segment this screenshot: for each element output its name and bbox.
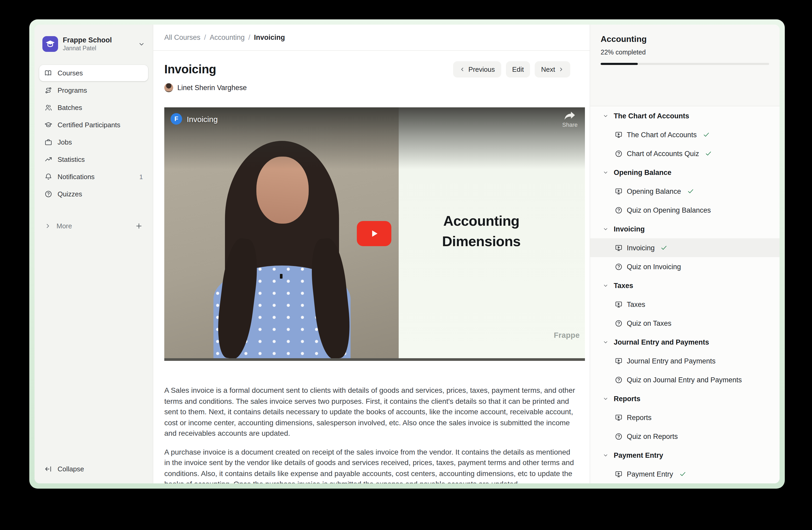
- video-player[interactable]: Accounting Dimensions Frappe F Invoicing: [164, 107, 585, 361]
- previous-button[interactable]: Previous: [453, 61, 501, 78]
- course-title: Accounting: [600, 34, 769, 44]
- sidebar-item-courses[interactable]: Courses: [39, 65, 148, 81]
- sidebar-item-certified-participants[interactable]: Certified Participants: [39, 117, 148, 133]
- outline-lesson-taxes[interactable]: Taxes: [590, 295, 780, 314]
- users-icon: [44, 104, 52, 112]
- quiz-icon: [615, 150, 623, 157]
- play-button[interactable]: [357, 221, 391, 246]
- completed-check-icon: [679, 470, 686, 478]
- outline-lesson-reports[interactable]: Reports: [590, 408, 780, 427]
- outline-lesson-label: Quiz on Reports: [627, 432, 678, 440]
- breadcrumb: All Courses / Accounting / Invoicing: [153, 25, 590, 51]
- breadcrumb-link-all-courses[interactable]: All Courses: [164, 33, 200, 41]
- outline-section-reports[interactable]: Reports: [590, 389, 780, 408]
- outline-lesson-label: Quiz on Journal Entry and Payments: [627, 376, 742, 383]
- sidebar-item-statistics[interactable]: Statistics: [39, 151, 148, 168]
- outline-section-payment-entry[interactable]: Payment Entry: [590, 446, 780, 464]
- outline-lesson-the-chart-of-accounts[interactable]: The Chart of Accounts: [590, 125, 780, 144]
- outline-section-taxes[interactable]: Taxes: [590, 276, 780, 295]
- outline-lesson-chart-of-accounts-quiz[interactable]: Chart of Accounts Quiz: [590, 144, 780, 163]
- collapse-sidebar-icon: [44, 465, 52, 473]
- sidebar-item-label: Batches: [58, 104, 82, 112]
- outline-lesson-label: Taxes: [627, 301, 646, 308]
- video-lesson-icon: [615, 131, 623, 139]
- plus-icon[interactable]: [135, 222, 143, 230]
- workspace-switcher[interactable]: Frappe School Jannat Patel: [39, 30, 148, 56]
- workspace-user: Jannat Patel: [63, 45, 133, 52]
- sidebar-more[interactable]: More: [39, 218, 148, 234]
- lesson-nav-buttons: Previous Edit Next: [453, 61, 579, 78]
- sidebar-item-label: Notifications: [58, 173, 95, 181]
- share-icon: [564, 112, 576, 121]
- breadcrumb-current: Invoicing: [254, 33, 285, 41]
- sidebar-item-label: Programs: [58, 86, 87, 94]
- slide-title: Accounting Dimensions: [408, 211, 555, 252]
- sidebar-nav: CoursesProgramsBatchesCertified Particip…: [39, 65, 148, 203]
- outline-section-title: Opening Balance: [614, 168, 671, 176]
- sidebar-item-quizzes[interactable]: Quizzes: [39, 186, 148, 202]
- outline-section-invoicing[interactable]: Invoicing: [590, 220, 780, 238]
- outline-section-title: Payment Entry: [614, 451, 663, 459]
- main-content: All Courses / Accounting / Invoicing Inv…: [153, 25, 590, 484]
- channel-avatar[interactable]: F: [171, 113, 182, 125]
- completed-check-icon: [705, 150, 712, 157]
- outline-lesson-quiz-on-reports[interactable]: Quiz on Reports: [590, 427, 780, 446]
- help-circle-icon: [44, 190, 52, 198]
- outline-lesson-label: Chart of Accounts Quiz: [627, 150, 699, 157]
- quiz-icon: [615, 376, 623, 383]
- progress-bar-fill: [600, 63, 638, 65]
- outline-lesson-payment-entry[interactable]: Payment Entry: [590, 464, 780, 484]
- quiz-icon: [615, 206, 623, 214]
- video-lesson-icon: [615, 470, 623, 478]
- outline-lesson-quiz-on-opening-balances[interactable]: Quiz on Opening Balances: [590, 200, 780, 220]
- video-lesson-icon: [615, 357, 623, 365]
- chevron-down-icon: [603, 226, 608, 232]
- outline-lesson-label: The Chart of Accounts: [627, 131, 697, 139]
- sidebar-item-notifications[interactable]: Notifications1: [39, 169, 148, 185]
- share-button[interactable]: Share: [562, 112, 578, 128]
- next-button-label: Next: [541, 66, 555, 73]
- sidebar-item-label: Quizzes: [58, 190, 82, 198]
- course-progress-header: Accounting 22% completed: [590, 25, 780, 106]
- video-lesson-icon: [615, 414, 623, 421]
- breadcrumb-link-accounting[interactable]: Accounting: [210, 33, 245, 41]
- outline-lesson-journal-entry-and-payments[interactable]: Journal Entry and Payments: [590, 351, 780, 370]
- outline-lesson-quiz-on-invoicing[interactable]: Quiz on Invoicing: [590, 257, 780, 276]
- outline-lesson-quiz-on-taxes[interactable]: Quiz on Taxes: [590, 314, 780, 333]
- video-lesson-icon: [615, 244, 623, 252]
- course-progress-label: 22% completed: [600, 49, 769, 56]
- notification-count-badge: 1: [140, 173, 143, 180]
- outline-lesson-label: Quiz on Opening Balances: [627, 206, 711, 214]
- workspace-identity: Frappe School Jannat Patel: [63, 36, 133, 52]
- edit-button[interactable]: Edit: [506, 61, 530, 78]
- breadcrumb-separator: /: [204, 33, 206, 41]
- outline-section-journal-entry-and-payments[interactable]: Journal Entry and Payments: [590, 333, 780, 351]
- chevron-right-icon: [44, 223, 51, 229]
- outline-lesson-label: Quiz on Taxes: [627, 319, 671, 327]
- course-outline: The Chart of AccountsThe Chart of Accoun…: [590, 106, 780, 484]
- outline-section-title: The Chart of Accounts: [614, 112, 689, 120]
- sidebar-item-batches[interactable]: Batches: [39, 99, 148, 116]
- chevron-down-icon: [138, 41, 145, 47]
- book-open-icon: [44, 69, 52, 77]
- author-row: Linet Sherin Varghese: [164, 83, 579, 92]
- video-title-row: F Invoicing: [171, 113, 218, 125]
- outline-lesson-invoicing[interactable]: Invoicing: [590, 238, 780, 257]
- outline-lesson-label: Opening Balance: [627, 187, 681, 195]
- video-lesson-icon: [615, 301, 623, 308]
- app-window: Frappe School Jannat Patel CoursesProgra…: [29, 19, 785, 489]
- outline-section-the-chart-of-accounts[interactable]: The Chart of Accounts: [590, 106, 780, 125]
- video-title[interactable]: Invoicing: [187, 114, 218, 123]
- sidebar-collapse-button[interactable]: Collapse: [39, 461, 148, 477]
- outline-lesson-opening-balance[interactable]: Opening Balance: [590, 182, 780, 200]
- next-button[interactable]: Next: [535, 61, 570, 78]
- sidebar-item-jobs[interactable]: Jobs: [39, 134, 148, 150]
- sidebar-collapse-label: Collapse: [58, 465, 84, 473]
- briefcase-icon: [44, 138, 52, 146]
- sidebar-item-label: Statistics: [58, 155, 85, 163]
- chevron-down-icon: [603, 396, 608, 402]
- outline-lesson-quiz-on-journal-entry-and-payments[interactable]: Quiz on Journal Entry and Payments: [590, 370, 780, 389]
- sidebar-item-programs[interactable]: Programs: [39, 82, 148, 98]
- outline-section-opening-balance[interactable]: Opening Balance: [590, 163, 780, 182]
- quiz-icon: [615, 319, 623, 327]
